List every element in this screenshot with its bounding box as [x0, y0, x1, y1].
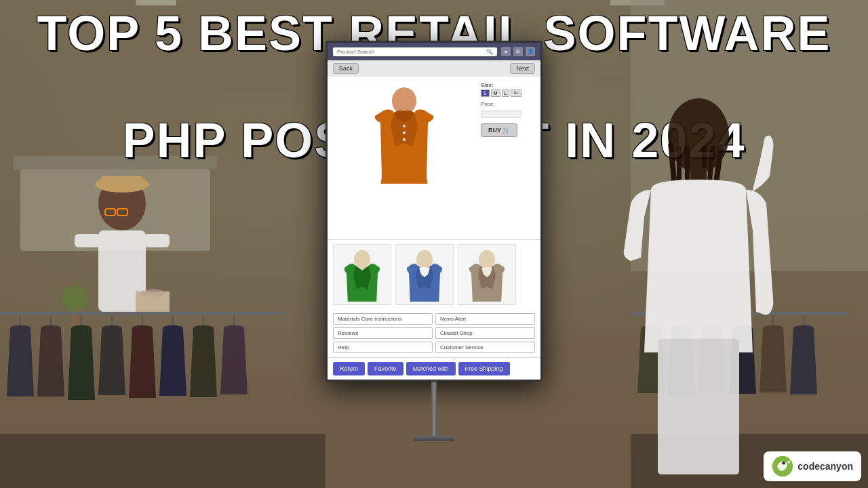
kiosk-header: Product Search 🔍 ▼ ⊞ 👤 [328, 43, 540, 60]
kiosk-nav: Back Next [328, 60, 540, 77]
svg-rect-4 [75, 234, 100, 247]
svg-point-45 [479, 250, 495, 269]
closest-shop-button[interactable]: Closest Shop [435, 327, 535, 339]
kiosk-actions: Return Favorite Matched with Free Shippi… [328, 357, 540, 380]
size-s[interactable]: S [481, 89, 490, 97]
stand-pole [431, 382, 437, 436]
kiosk-screen: Product Search 🔍 ▼ ⊞ 👤 Back Next [326, 41, 542, 382]
back-button[interactable]: Back [333, 63, 359, 74]
svg-point-44 [416, 250, 433, 269]
grid-icon[interactable]: ⊞ [513, 47, 523, 56]
size-options: S M L XL [481, 89, 535, 97]
price-value-bar [481, 110, 521, 118]
svg-rect-30 [0, 434, 326, 488]
reviews-button[interactable]: Reviews [333, 327, 433, 339]
favorite-button[interactable]: Favorite [368, 362, 403, 375]
size-l[interactable]: L [502, 89, 510, 97]
svg-point-40 [403, 125, 406, 127]
kiosk-product-info: Size: S M L XL Price: BUY 🛒 [481, 82, 535, 234]
kiosk-product-area: Size: S M L XL Price: BUY 🛒 [328, 77, 540, 239]
svg-point-41 [403, 131, 406, 134]
kiosk-container: Product Search 🔍 ▼ ⊞ 👤 Back Next [326, 41, 542, 441]
price-label: Price: [481, 101, 535, 107]
free-shipping-button[interactable]: Free Shipping [458, 362, 510, 375]
help-button[interactable]: Help [333, 342, 433, 353]
svg-point-43 [354, 250, 370, 269]
svg-rect-7 [102, 176, 142, 190]
news-alert-button[interactable]: News Alert [435, 313, 535, 325]
thumbnail-blue-jacket[interactable] [395, 244, 454, 305]
search-placeholder-text: Product Search [337, 49, 374, 55]
filter-icon[interactable]: ▼ [501, 47, 511, 56]
matched-with-button[interactable]: Matched with [406, 362, 456, 375]
size-m[interactable]: M [491, 89, 500, 97]
kiosk-info-grid: Materials Care instructions News Alert R… [328, 309, 540, 357]
next-button[interactable]: Next [510, 63, 535, 74]
clothes-rack-left [0, 298, 326, 488]
size-xl[interactable]: XL [511, 89, 521, 97]
svg-point-42 [403, 138, 406, 141]
kiosk-thumbnails [328, 239, 540, 309]
search-icon: 🔍 [486, 49, 493, 55]
svg-rect-5 [144, 234, 170, 247]
svg-rect-20 [658, 339, 739, 474]
codecanyon-logo: codecanyon [764, 451, 861, 481]
svg-rect-21 [0, 312, 285, 315]
materials-button[interactable]: Materials Care instructions [333, 313, 433, 325]
thumbnail-tan-jacket[interactable] [458, 244, 516, 305]
kiosk-search-bar[interactable]: Product Search 🔍 [333, 47, 497, 56]
codecanyon-text: codecanyon [797, 461, 853, 472]
kiosk-header-icons: ▼ ⊞ 👤 [501, 47, 535, 56]
svg-point-11 [140, 289, 165, 297]
thumbnail-green-jacket[interactable] [333, 244, 391, 305]
size-label: Size: [481, 82, 535, 88]
return-button[interactable]: Return [333, 362, 365, 375]
svg-point-39 [392, 87, 416, 115]
svg-point-47 [782, 462, 785, 465]
codecanyon-icon [772, 455, 793, 477]
customer-service-button[interactable]: Customer Service [435, 342, 535, 353]
kiosk-stand [326, 382, 542, 441]
user-icon[interactable]: 👤 [526, 47, 535, 56]
person-right [597, 81, 800, 488]
stand-base [414, 436, 454, 441]
buy-button[interactable]: BUY 🛒 [481, 123, 517, 137]
main-product-image [333, 82, 475, 234]
